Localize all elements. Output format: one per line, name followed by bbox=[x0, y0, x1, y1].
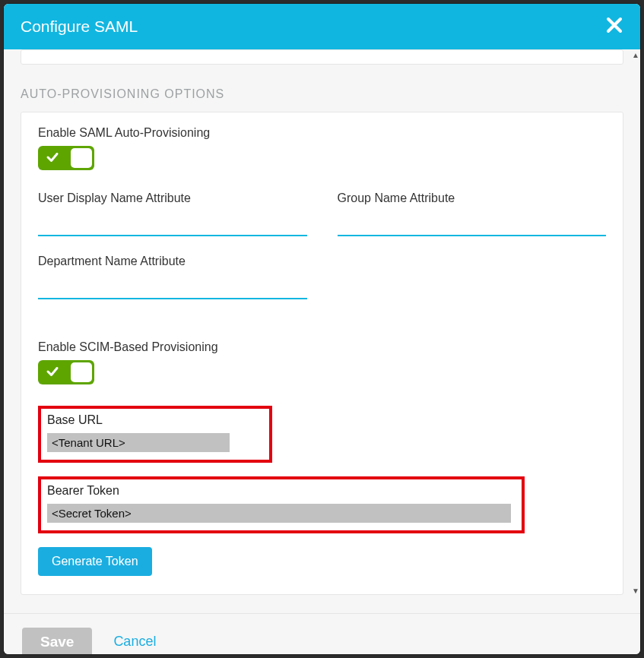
base-url-input[interactable] bbox=[47, 433, 230, 452]
enable-saml-label: Enable SAML Auto-Provisioning bbox=[38, 126, 606, 140]
check-icon bbox=[46, 365, 59, 382]
modal-header: Configure SAML bbox=[4, 4, 640, 49]
check-icon bbox=[46, 150, 59, 168]
cancel-button[interactable]: Cancel bbox=[113, 634, 156, 650]
group-name-label: Group Name Attribute bbox=[338, 191, 607, 205]
generate-token-button[interactable]: Generate Token bbox=[38, 547, 152, 576]
scroll-up-icon[interactable]: ▲ bbox=[632, 51, 639, 59]
enable-scim-toggle[interactable] bbox=[38, 360, 94, 384]
section-heading: AUTO-PROVISIONING OPTIONS bbox=[21, 87, 623, 101]
modal-title: Configure SAML bbox=[21, 17, 138, 36]
close-icon[interactable] bbox=[605, 15, 623, 38]
user-display-name-label: User Display Name Attribute bbox=[38, 191, 307, 205]
bearer-token-label: Bearer Token bbox=[47, 484, 516, 498]
modal-body: AUTO-PROVISIONING OPTIONS Enable SAML Au… bbox=[4, 49, 640, 613]
enable-saml-toggle[interactable] bbox=[38, 146, 94, 170]
base-url-label: Base URL bbox=[47, 413, 263, 427]
department-name-input[interactable] bbox=[38, 274, 307, 299]
toggle-knob bbox=[71, 148, 92, 168]
modal-footer: Save Cancel bbox=[4, 613, 640, 654]
base-url-highlight: Base URL bbox=[38, 406, 272, 463]
bearer-token-input[interactable] bbox=[47, 504, 511, 523]
group-name-input[interactable] bbox=[338, 211, 607, 236]
department-name-label: Department Name Attribute bbox=[38, 255, 307, 268]
enable-scim-label: Enable SCIM-Based Provisioning bbox=[38, 340, 606, 354]
scroll-down-icon[interactable]: ▼ bbox=[632, 587, 639, 595]
bearer-token-highlight: Bearer Token bbox=[38, 476, 525, 533]
save-button[interactable]: Save bbox=[22, 628, 92, 655]
user-display-name-input[interactable] bbox=[38, 211, 307, 236]
toggle-knob bbox=[71, 362, 92, 382]
auto-provisioning-card: Enable SAML Auto-Provisioning User Displ… bbox=[21, 112, 623, 595]
configure-saml-modal: Configure SAML ▲ ▼ AUTO-PROVISIONING OPT… bbox=[4, 4, 640, 654]
previous-section-card bbox=[21, 49, 623, 65]
